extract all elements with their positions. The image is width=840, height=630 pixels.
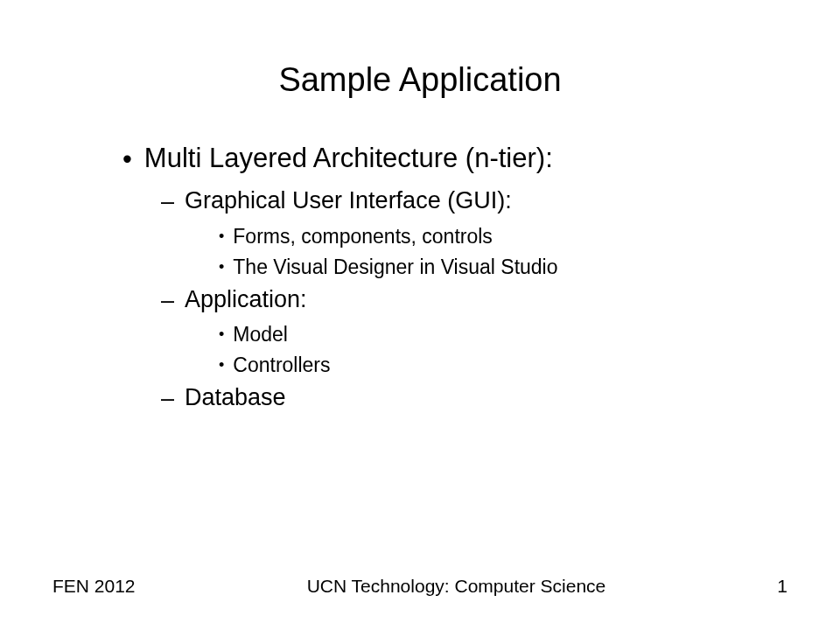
bullet-main-text: Multi Layered Architecture (n-tier): (144, 143, 553, 174)
footer-page-number: 1 (777, 576, 788, 597)
footer-left: FEN 2012 (52, 576, 136, 597)
slide-content: • Multi Layered Architecture (n-tier): –… (52, 143, 788, 586)
bullet-icon: • (219, 323, 224, 346)
dash-icon: – (161, 187, 174, 215)
bullet-icon: • (122, 143, 132, 175)
bullet-app-item-2-text: Controllers (233, 354, 330, 377)
bullet-gui-item-2-text: The Visual Designer in Visual Studio (233, 256, 557, 279)
bullet-sub-database-text: Database (185, 384, 286, 411)
bullet-gui-item-2: • The Visual Designer in Visual Studio (219, 256, 788, 279)
dash-icon: – (161, 286, 174, 314)
dash-icon: – (161, 384, 174, 412)
bullet-gui-item-1-text: Forms, components, controls (233, 225, 493, 248)
bullet-sub-application-text: Application: (185, 286, 307, 313)
slide-title: Sample Application (52, 61, 788, 99)
bullet-icon: • (219, 225, 224, 248)
slide-container: Sample Application • Multi Layered Archi… (0, 0, 840, 630)
bullet-gui-item-1: • Forms, components, controls (219, 225, 788, 248)
bullet-icon: • (219, 354, 224, 377)
bullet-sub-gui: – Graphical User Interface (GUI): (161, 187, 788, 215)
bullet-icon: • (219, 256, 224, 279)
bullet-sub-database: – Database (161, 384, 788, 412)
bullet-app-item-2: • Controllers (219, 354, 788, 377)
footer-center: UCN Technology: Computer Science (136, 576, 778, 597)
bullet-sub-application: – Application: (161, 286, 788, 314)
bullet-app-item-1: • Model (219, 323, 788, 346)
slide-footer: FEN 2012 UCN Technology: Computer Scienc… (0, 576, 840, 597)
bullet-sub-gui-text: Graphical User Interface (GUI): (185, 187, 512, 214)
bullet-main: • Multi Layered Architecture (n-tier): (122, 143, 788, 175)
bullet-app-item-1-text: Model (233, 323, 288, 346)
